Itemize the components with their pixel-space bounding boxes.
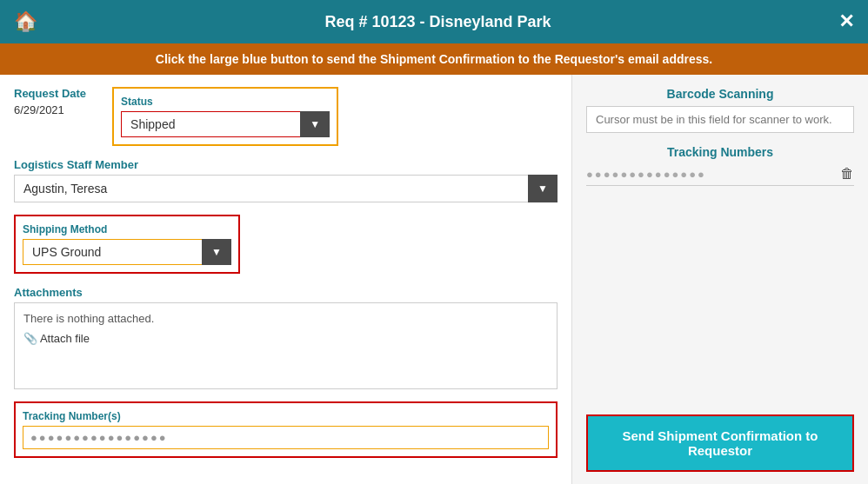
modal-container: 🏠 Req # 10123 - Disneyland Park ✕ Click … xyxy=(0,0,868,484)
attachments-box: There is nothing attached. 📎 Attach file xyxy=(14,302,558,389)
left-panel: Request Date 6/29/2021 Status Shipped Pe… xyxy=(0,75,572,484)
barcode-title: Barcode Scanning xyxy=(586,87,854,101)
request-date-group: Request Date 6/29/2021 xyxy=(14,87,86,127)
notification-banner: Click the large blue button to send the … xyxy=(0,43,868,75)
barcode-input[interactable] xyxy=(586,106,854,133)
send-confirmation-button[interactable]: Send Shipment Confirmation to Requestor xyxy=(586,414,854,472)
barcode-section: Barcode Scanning xyxy=(586,87,854,133)
shipping-method-select[interactable]: UPS Ground FedEx USPS DHL xyxy=(23,239,231,265)
shipping-method-group: Shipping Method UPS Ground FedEx USPS DH… xyxy=(14,215,558,274)
logistics-group: Logistics Staff Member Agustin, Teresa S… xyxy=(14,158,558,202)
delete-tracking-icon[interactable]: 🗑 xyxy=(840,166,854,182)
modal-title: Req # 10123 - Disneyland Park xyxy=(37,13,838,31)
logistics-label: Logistics Staff Member xyxy=(14,158,558,171)
status-select-wrapper: Shipped Pending Delivered xyxy=(121,111,330,137)
logistics-select[interactable]: Agustin, Teresa Smith, John Doe, Jane xyxy=(14,175,558,202)
modal-body: Request Date 6/29/2021 Status Shipped Pe… xyxy=(0,75,868,484)
modal-header: 🏠 Req # 10123 - Disneyland Park ✕ xyxy=(0,0,868,43)
tracking-number-text: ●●●●●●●●●●●●●● xyxy=(586,168,833,181)
attachments-text: There is nothing attached. xyxy=(23,312,548,325)
tracking-numbers-label-left: Tracking Number(s) xyxy=(23,410,549,422)
attach-file-link[interactable]: 📎 Attach file xyxy=(23,332,548,345)
attachments-label: Attachments xyxy=(14,286,558,299)
right-panel: Barcode Scanning Tracking Numbers ●●●●●●… xyxy=(572,75,868,484)
shipping-method-label: Shipping Method xyxy=(23,223,231,235)
status-label: Status xyxy=(121,96,330,108)
home-icon[interactable]: 🏠 xyxy=(14,10,37,33)
top-row: Request Date 6/29/2021 Status Shipped Pe… xyxy=(14,87,558,146)
status-select[interactable]: Shipped Pending Delivered xyxy=(121,111,330,137)
send-button-wrapper: Send Shipment Confirmation to Requestor xyxy=(586,414,854,472)
shipping-select-wrapper: UPS Ground FedEx USPS DHL xyxy=(23,239,231,265)
request-date-value: 6/29/2021 xyxy=(14,103,86,116)
tracking-row: ●●●●●●●●●●●●●● 🗑 xyxy=(586,166,854,186)
attachments-group: Attachments There is nothing attached. 📎… xyxy=(14,286,558,389)
status-group: Status Shipped Pending Delivered xyxy=(112,87,338,146)
logistics-select-wrapper: Agustin, Teresa Smith, John Doe, Jane xyxy=(14,175,558,202)
tracking-numbers-group-left: Tracking Number(s) xyxy=(14,401,558,458)
close-icon[interactable]: ✕ xyxy=(838,10,854,33)
tracking-number-input-left[interactable] xyxy=(23,426,549,449)
tracking-numbers-title: Tracking Numbers xyxy=(586,145,854,159)
request-date-label: Request Date xyxy=(14,87,86,100)
tracking-section: Tracking Numbers ●●●●●●●●●●●●●● 🗑 xyxy=(586,145,854,186)
notification-text: Click the large blue button to send the … xyxy=(156,52,712,66)
